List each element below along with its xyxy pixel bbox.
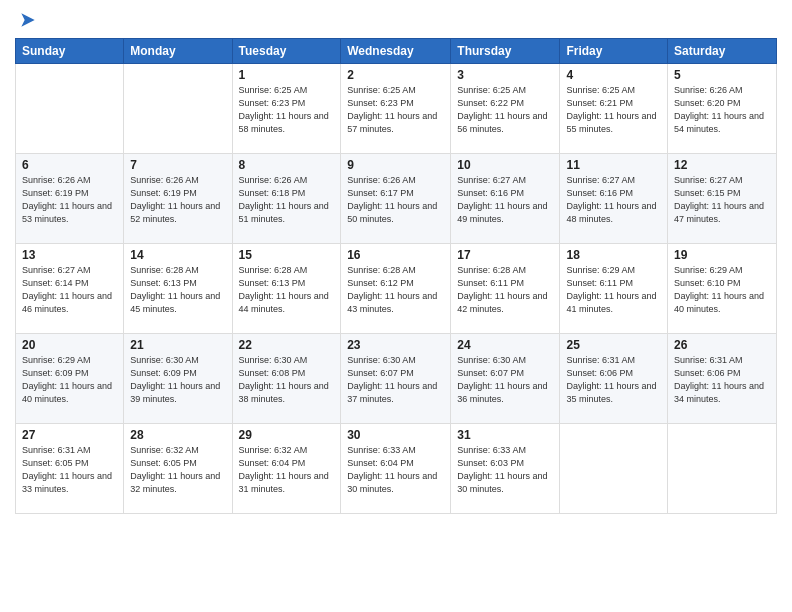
day-info: Sunrise: 6:31 AM Sunset: 6:06 PM Dayligh… — [674, 354, 770, 406]
calendar-cell: 24Sunrise: 6:30 AM Sunset: 6:07 PM Dayli… — [451, 334, 560, 424]
day-number: 14 — [130, 248, 225, 262]
day-number: 6 — [22, 158, 117, 172]
calendar-cell: 9Sunrise: 6:26 AM Sunset: 6:17 PM Daylig… — [341, 154, 451, 244]
day-info: Sunrise: 6:30 AM Sunset: 6:07 PM Dayligh… — [457, 354, 553, 406]
day-number: 2 — [347, 68, 444, 82]
day-info: Sunrise: 6:26 AM Sunset: 6:19 PM Dayligh… — [130, 174, 225, 226]
day-number: 21 — [130, 338, 225, 352]
weekday-header-sunday: Sunday — [16, 39, 124, 64]
weekday-header-wednesday: Wednesday — [341, 39, 451, 64]
day-info: Sunrise: 6:25 AM Sunset: 6:22 PM Dayligh… — [457, 84, 553, 136]
day-info: Sunrise: 6:25 AM Sunset: 6:21 PM Dayligh… — [566, 84, 661, 136]
week-row-4: 20Sunrise: 6:29 AM Sunset: 6:09 PM Dayli… — [16, 334, 777, 424]
day-info: Sunrise: 6:28 AM Sunset: 6:13 PM Dayligh… — [130, 264, 225, 316]
day-number: 29 — [239, 428, 335, 442]
day-number: 25 — [566, 338, 661, 352]
calendar-cell: 11Sunrise: 6:27 AM Sunset: 6:16 PM Dayli… — [560, 154, 668, 244]
calendar-cell — [16, 64, 124, 154]
day-number: 9 — [347, 158, 444, 172]
day-number: 24 — [457, 338, 553, 352]
weekday-header-tuesday: Tuesday — [232, 39, 341, 64]
svg-marker-0 — [21, 13, 34, 26]
calendar-cell: 27Sunrise: 6:31 AM Sunset: 6:05 PM Dayli… — [16, 424, 124, 514]
day-info: Sunrise: 6:30 AM Sunset: 6:08 PM Dayligh… — [239, 354, 335, 406]
calendar-cell: 18Sunrise: 6:29 AM Sunset: 6:11 PM Dayli… — [560, 244, 668, 334]
calendar-cell — [124, 64, 232, 154]
day-number: 13 — [22, 248, 117, 262]
week-row-5: 27Sunrise: 6:31 AM Sunset: 6:05 PM Dayli… — [16, 424, 777, 514]
week-row-2: 6Sunrise: 6:26 AM Sunset: 6:19 PM Daylig… — [16, 154, 777, 244]
day-info: Sunrise: 6:26 AM Sunset: 6:17 PM Dayligh… — [347, 174, 444, 226]
day-number: 18 — [566, 248, 661, 262]
weekday-header-friday: Friday — [560, 39, 668, 64]
day-info: Sunrise: 6:28 AM Sunset: 6:12 PM Dayligh… — [347, 264, 444, 316]
calendar-cell: 20Sunrise: 6:29 AM Sunset: 6:09 PM Dayli… — [16, 334, 124, 424]
calendar-cell: 21Sunrise: 6:30 AM Sunset: 6:09 PM Dayli… — [124, 334, 232, 424]
weekday-header-row: SundayMondayTuesdayWednesdayThursdayFrid… — [16, 39, 777, 64]
day-number: 4 — [566, 68, 661, 82]
day-number: 15 — [239, 248, 335, 262]
calendar-cell: 26Sunrise: 6:31 AM Sunset: 6:06 PM Dayli… — [668, 334, 777, 424]
calendar-cell: 30Sunrise: 6:33 AM Sunset: 6:04 PM Dayli… — [341, 424, 451, 514]
day-info: Sunrise: 6:28 AM Sunset: 6:11 PM Dayligh… — [457, 264, 553, 316]
calendar-cell: 13Sunrise: 6:27 AM Sunset: 6:14 PM Dayli… — [16, 244, 124, 334]
day-info: Sunrise: 6:25 AM Sunset: 6:23 PM Dayligh… — [239, 84, 335, 136]
day-info: Sunrise: 6:25 AM Sunset: 6:23 PM Dayligh… — [347, 84, 444, 136]
day-info: Sunrise: 6:32 AM Sunset: 6:04 PM Dayligh… — [239, 444, 335, 496]
calendar-cell: 17Sunrise: 6:28 AM Sunset: 6:11 PM Dayli… — [451, 244, 560, 334]
day-info: Sunrise: 6:27 AM Sunset: 6:15 PM Dayligh… — [674, 174, 770, 226]
day-info: Sunrise: 6:32 AM Sunset: 6:05 PM Dayligh… — [130, 444, 225, 496]
day-number: 3 — [457, 68, 553, 82]
calendar-cell: 3Sunrise: 6:25 AM Sunset: 6:22 PM Daylig… — [451, 64, 560, 154]
week-row-1: 1Sunrise: 6:25 AM Sunset: 6:23 PM Daylig… — [16, 64, 777, 154]
weekday-header-monday: Monday — [124, 39, 232, 64]
day-number: 26 — [674, 338, 770, 352]
day-info: Sunrise: 6:27 AM Sunset: 6:16 PM Dayligh… — [457, 174, 553, 226]
day-number: 1 — [239, 68, 335, 82]
calendar-cell: 23Sunrise: 6:30 AM Sunset: 6:07 PM Dayli… — [341, 334, 451, 424]
logo — [15, 10, 38, 30]
day-number: 8 — [239, 158, 335, 172]
day-number: 27 — [22, 428, 117, 442]
day-info: Sunrise: 6:26 AM Sunset: 6:20 PM Dayligh… — [674, 84, 770, 136]
day-info: Sunrise: 6:33 AM Sunset: 6:04 PM Dayligh… — [347, 444, 444, 496]
day-info: Sunrise: 6:27 AM Sunset: 6:14 PM Dayligh… — [22, 264, 117, 316]
day-info: Sunrise: 6:30 AM Sunset: 6:07 PM Dayligh… — [347, 354, 444, 406]
weekday-header-thursday: Thursday — [451, 39, 560, 64]
weekday-header-saturday: Saturday — [668, 39, 777, 64]
calendar-cell: 10Sunrise: 6:27 AM Sunset: 6:16 PM Dayli… — [451, 154, 560, 244]
calendar-cell: 7Sunrise: 6:26 AM Sunset: 6:19 PM Daylig… — [124, 154, 232, 244]
logo-arrow-icon — [18, 10, 38, 30]
calendar-cell: 22Sunrise: 6:30 AM Sunset: 6:08 PM Dayli… — [232, 334, 341, 424]
day-number: 11 — [566, 158, 661, 172]
day-info: Sunrise: 6:28 AM Sunset: 6:13 PM Dayligh… — [239, 264, 335, 316]
day-number: 5 — [674, 68, 770, 82]
calendar-cell: 5Sunrise: 6:26 AM Sunset: 6:20 PM Daylig… — [668, 64, 777, 154]
day-info: Sunrise: 6:30 AM Sunset: 6:09 PM Dayligh… — [130, 354, 225, 406]
day-info: Sunrise: 6:26 AM Sunset: 6:19 PM Dayligh… — [22, 174, 117, 226]
calendar-table: SundayMondayTuesdayWednesdayThursdayFrid… — [15, 38, 777, 514]
day-number: 22 — [239, 338, 335, 352]
day-number: 28 — [130, 428, 225, 442]
day-info: Sunrise: 6:31 AM Sunset: 6:06 PM Dayligh… — [566, 354, 661, 406]
day-info: Sunrise: 6:33 AM Sunset: 6:03 PM Dayligh… — [457, 444, 553, 496]
day-number: 16 — [347, 248, 444, 262]
calendar-cell: 8Sunrise: 6:26 AM Sunset: 6:18 PM Daylig… — [232, 154, 341, 244]
day-info: Sunrise: 6:26 AM Sunset: 6:18 PM Dayligh… — [239, 174, 335, 226]
calendar-cell: 31Sunrise: 6:33 AM Sunset: 6:03 PM Dayli… — [451, 424, 560, 514]
day-info: Sunrise: 6:29 AM Sunset: 6:11 PM Dayligh… — [566, 264, 661, 316]
day-info: Sunrise: 6:29 AM Sunset: 6:09 PM Dayligh… — [22, 354, 117, 406]
calendar-cell: 16Sunrise: 6:28 AM Sunset: 6:12 PM Dayli… — [341, 244, 451, 334]
day-number: 7 — [130, 158, 225, 172]
calendar-cell: 15Sunrise: 6:28 AM Sunset: 6:13 PM Dayli… — [232, 244, 341, 334]
header — [15, 10, 777, 30]
day-info: Sunrise: 6:27 AM Sunset: 6:16 PM Dayligh… — [566, 174, 661, 226]
calendar-cell: 19Sunrise: 6:29 AM Sunset: 6:10 PM Dayli… — [668, 244, 777, 334]
calendar-cell — [560, 424, 668, 514]
calendar-cell: 28Sunrise: 6:32 AM Sunset: 6:05 PM Dayli… — [124, 424, 232, 514]
calendar-cell: 4Sunrise: 6:25 AM Sunset: 6:21 PM Daylig… — [560, 64, 668, 154]
day-info: Sunrise: 6:31 AM Sunset: 6:05 PM Dayligh… — [22, 444, 117, 496]
day-number: 12 — [674, 158, 770, 172]
day-number: 10 — [457, 158, 553, 172]
calendar-cell: 1Sunrise: 6:25 AM Sunset: 6:23 PM Daylig… — [232, 64, 341, 154]
